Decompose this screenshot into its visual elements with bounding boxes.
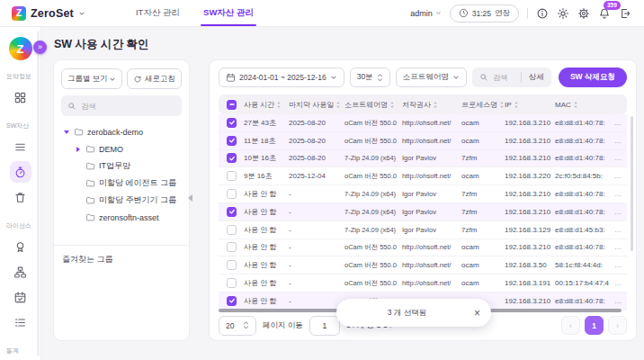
table-row[interactable]: 사용 안 함-7-Zip 24.09 (x64)Igor Pavlov7zfm1… (219, 221, 627, 239)
settings-gear-icon[interactable] (577, 7, 590, 20)
tab-it-asset[interactable]: IT자산 관리 (136, 0, 180, 26)
detail-search-button[interactable]: 상세 (521, 72, 544, 83)
cell-usage-time: 사용 안 함 (244, 225, 289, 235)
sidebar-item-award[interactable] (10, 236, 31, 257)
info-icon[interactable] (536, 7, 549, 20)
table-row[interactable]: 사용 안 함-oCam 버전 550.0http://ohsoft.net/oc… (219, 256, 627, 274)
stepper-arrows-icon[interactable] (377, 73, 383, 83)
tab-sw-asset[interactable]: SW자산 관리 (203, 0, 254, 26)
sidebar-item-dashboard[interactable] (10, 86, 31, 108)
sidebar-item-calendar-check[interactable] (10, 286, 31, 308)
close-icon[interactable]: × (463, 307, 491, 320)
select-all-checkbox[interactable] (227, 100, 237, 110)
cell-publisher: http://ohsoft.net/ (402, 261, 461, 269)
tree-item-label: IT업무망 (99, 160, 130, 172)
tree-item[interactable]: 미할당 에이전트 그룹 (61, 175, 182, 192)
sidebar-expand-button[interactable]: » (33, 40, 47, 54)
divider (527, 8, 528, 19)
table-row[interactable]: 사용 안 함-7-Zip 24.09 (x64)Igor Pavlov7zfm1… (219, 203, 627, 221)
sort-icon[interactable] (276, 101, 282, 109)
row-checkbox[interactable] (227, 171, 237, 181)
tree-item[interactable]: DEMO (61, 140, 182, 158)
brand-menu[interactable]: Z ZeroSet (0, 6, 85, 21)
sidebar-item-org[interactable] (10, 261, 31, 283)
cell-usage-time: 사용 안 함 (244, 189, 289, 199)
cell-last-used: - (289, 226, 344, 234)
tree-item[interactable]: 미할당 주변기기 그룹 (61, 192, 182, 209)
cell-ip: 192.168.3.210 (505, 208, 555, 216)
page-1-button[interactable]: 1 (585, 316, 604, 335)
cell-publisher: http://ohsoft.net/ (402, 243, 461, 251)
row-checkbox[interactable] (227, 278, 237, 288)
sort-icon[interactable] (433, 101, 438, 109)
row-overflow-indicator: … (614, 261, 627, 269)
sidebar-item-trash[interactable] (10, 186, 31, 208)
date-range-picker[interactable]: 2024-01-01 ~ 2025-12-16 (219, 68, 344, 87)
table-search[interactable]: 상세 (472, 68, 551, 87)
row-checkbox[interactable] (227, 136, 237, 146)
page-title: SW 사용 시간 확인 (54, 37, 149, 52)
sidebar-item-stopwatch[interactable] (10, 161, 31, 183)
row-checkbox[interactable] (227, 242, 237, 252)
column-header[interactable]: 마지막 사용일 (289, 100, 344, 110)
table-row[interactable]: 사용 안 함-oCam 버전 550.0http://ohsoft.net/oc… (219, 239, 627, 257)
table-row[interactable]: 9분 16초2025-12-04oCam 버전 550.0http://ohso… (219, 167, 627, 185)
row-checkbox[interactable] (227, 118, 237, 128)
tree-item[interactable]: IT업무망 (61, 158, 182, 175)
notifications-bell-icon[interactable]: 359 (598, 7, 611, 20)
brightness-icon[interactable] (557, 7, 569, 20)
row-checkbox[interactable] (227, 296, 237, 306)
sort-icon[interactable] (389, 101, 395, 109)
column-header[interactable]: MAC (555, 101, 614, 109)
row-checkbox[interactable] (227, 225, 237, 235)
sw-delete-request-button[interactable]: SW 삭제요청 (559, 68, 627, 87)
group-search-input[interactable] (81, 102, 175, 111)
interval-stepper[interactable]: 30분 (350, 68, 390, 87)
page-jump-input[interactable] (309, 316, 340, 336)
cell-publisher: Igor Pavlov (402, 226, 461, 234)
table-row[interactable]: 사용 안 함-7-Zip 24.09 (x64)Igor Pavlov7zfm1… (219, 185, 627, 203)
column-header[interactable]: 소프트웨어명 (344, 100, 402, 110)
column-label: 프로세스명 (461, 100, 497, 110)
sidebar-item-checklist[interactable] (10, 311, 31, 333)
filter-column-select[interactable]: 소프트웨어명 (396, 68, 467, 87)
group-search[interactable] (61, 95, 182, 116)
row-checkbox[interactable] (227, 189, 237, 199)
table-search-input[interactable] (493, 73, 516, 82)
logout-icon[interactable] (619, 7, 631, 20)
next-page-button[interactable]: › (608, 316, 627, 335)
refresh-button[interactable]: 새로고침 (127, 68, 182, 89)
table-row[interactable]: 11분 18초2025-08-20oCam 버전 550.0http://ohs… (219, 132, 627, 150)
row-checkbox[interactable] (227, 207, 237, 217)
stepper-arrows-icon[interactable] (243, 320, 249, 330)
table-row[interactable]: 사용 안 함-oCam 버전 550.0http://ohsoft.net/oc… (219, 274, 627, 292)
tree-caret-right-icon[interactable] (75, 147, 82, 152)
column-header[interactable]: IP (505, 101, 555, 109)
tree-item[interactable]: zeroback-demo (61, 123, 182, 140)
row-checkbox[interactable] (227, 260, 237, 270)
page-size-stepper[interactable]: 20 (219, 316, 256, 336)
sort-icon[interactable] (335, 101, 341, 109)
cell-process-name: 7zfm (461, 154, 505, 162)
user-menu[interactable]: admin (410, 9, 442, 18)
table-row[interactable]: 27분 43초2025-08-20oCam 버전 550.0http://ohs… (219, 114, 627, 132)
row-checkbox[interactable] (227, 153, 237, 163)
sidebar-item-list[interactable] (10, 136, 31, 158)
column-header[interactable]: 프로세스명 (461, 100, 505, 110)
vertical-scrollbar[interactable] (631, 116, 633, 251)
cell-mac: e8:d8:d1:40:78: (555, 119, 614, 127)
sort-icon[interactable] (514, 101, 519, 109)
column-header[interactable]: 사용 시간 (244, 100, 289, 110)
tree-item[interactable]: zeronsoftn-asset (61, 209, 182, 226)
table-row[interactable]: 10분 16초2025-08-207-Zip 24.09 (x64)Igor P… (219, 150, 627, 168)
group-view-select[interactable]: 그룹별 보기 (61, 68, 122, 89)
column-header[interactable]: 저작권사 (402, 100, 461, 110)
session-extend-button[interactable]: 31:25 연장 (450, 4, 519, 22)
panel-collapse-handle[interactable] (185, 190, 194, 206)
group-panel: 그룹별 보기 새로고침 zeroback-demoDEMOIT업무망미할당 에이… (53, 59, 190, 341)
sidebar-section: SW자산 (0, 110, 40, 210)
tree-caret-down-icon[interactable] (63, 130, 70, 134)
prev-page-button[interactable]: ‹ (561, 316, 580, 335)
sort-icon[interactable] (573, 101, 578, 109)
group-view-select-value: 그룹별 보기 (67, 74, 108, 85)
